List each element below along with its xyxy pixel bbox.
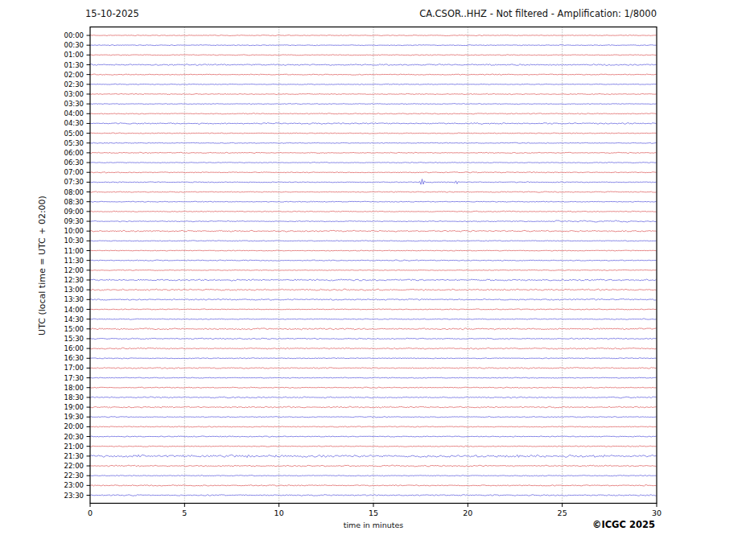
x-tick-label: 15	[369, 509, 378, 517]
y-tick-label: 23:00	[64, 481, 84, 489]
plot-border	[90, 27, 657, 504]
y-tick-label: 08:30	[64, 198, 84, 206]
y-tick-label: 06:30	[64, 159, 84, 167]
trace-row	[90, 142, 657, 143]
trace-row	[90, 55, 657, 56]
trace-row	[90, 260, 657, 261]
y-tick-label: 13:30	[64, 295, 84, 303]
y-tick-label: 12:30	[64, 276, 84, 284]
trace-row	[90, 163, 657, 163]
helicorder-plot: 00:0000:3001:0001:3002:0002:3003:0003:30…	[0, 0, 746, 560]
trace-row	[90, 436, 657, 437]
y-tick-label: 16:00	[64, 344, 84, 352]
y-tick-label: 06:00	[64, 149, 84, 157]
y-tick-label: 10:00	[64, 227, 84, 235]
y-tick-label: 13:00	[64, 286, 84, 294]
y-tick-label: 03:30	[64, 100, 84, 108]
trace-row	[90, 84, 657, 84]
trace-row	[90, 417, 657, 418]
trace-row	[90, 465, 657, 467]
y-tick-label: 19:30	[64, 413, 84, 421]
x-tick-label: 5	[182, 509, 187, 517]
y-tick-label: 18:30	[64, 393, 84, 401]
y-tick-label: 20:00	[64, 422, 84, 430]
y-tick-label: 05:00	[64, 130, 84, 138]
y-tick-label: 07:00	[64, 168, 84, 176]
trace-row	[90, 241, 657, 241]
trace-row	[90, 211, 657, 212]
trace-row	[90, 338, 657, 340]
trace-row	[90, 35, 657, 35]
x-tick-label: 20	[463, 509, 472, 517]
y-tick-label: 15:00	[64, 325, 84, 333]
trace-row	[90, 485, 657, 487]
y-tick-label: 20:30	[64, 433, 84, 441]
y-tick-label: 11:00	[64, 247, 84, 255]
y-tick-label: 04:30	[64, 119, 84, 127]
y-tick-label: 03:00	[64, 90, 84, 98]
y-tick-label: 16:30	[64, 354, 84, 362]
y-tick-label: 22:00	[64, 462, 84, 470]
trace-row	[90, 426, 657, 427]
x-axis-label: time in minutes	[344, 521, 404, 529]
trace-row	[90, 201, 657, 202]
trace-row	[90, 377, 657, 378]
trace-row	[90, 230, 657, 232]
trace-row	[90, 133, 657, 134]
y-tick-label: 18:00	[64, 384, 84, 392]
helicorder-page: 15-10-2025 CA.CSOR..HHZ - Not filtered -…	[0, 0, 746, 560]
y-tick-label: 00:30	[64, 41, 84, 49]
trace-row	[90, 74, 657, 75]
y-tick-label: 14:30	[64, 315, 84, 323]
trace-row	[90, 250, 657, 251]
trace-row	[90, 93, 657, 94]
x-tick-label: 30	[652, 509, 662, 517]
y-tick-label: 22:30	[64, 471, 84, 480]
y-tick-label: 17:30	[64, 374, 84, 382]
y-tick-label: 09:30	[64, 217, 84, 225]
y-tick-label: 09:00	[64, 208, 84, 216]
trace-row	[90, 446, 657, 447]
y-tick-label: 15:30	[64, 335, 84, 343]
y-tick-label: 00:00	[64, 31, 84, 39]
trace-row	[90, 123, 657, 125]
trace-row	[90, 64, 657, 66]
x-tick-label: 25	[558, 509, 567, 517]
x-tick-label: 0	[88, 509, 93, 517]
trace-row	[90, 319, 657, 319]
trace-row	[90, 348, 657, 349]
y-tick-label: 02:30	[64, 80, 84, 89]
y-tick-label: 12:00	[64, 266, 84, 274]
trace-row	[90, 270, 657, 270]
y-tick-label: 17:00	[64, 364, 84, 372]
y-tick-label: 05:30	[64, 139, 84, 147]
y-tick-label: 23:30	[64, 492, 84, 500]
y-tick-label: 21:00	[64, 443, 84, 451]
y-tick-label: 01:30	[64, 61, 84, 69]
trace-row	[90, 104, 657, 105]
copyright-label: ©ICGC 2025	[592, 519, 655, 530]
y-tick-label: 04:00	[64, 109, 84, 117]
y-tick-label: 14:00	[64, 306, 84, 314]
y-tick-label: 11:30	[64, 257, 84, 265]
trace-row	[90, 152, 657, 153]
trace-row	[90, 45, 657, 46]
y-tick-label: 21:30	[64, 452, 84, 460]
y-tick-label: 10:30	[64, 237, 84, 245]
trace-row	[90, 328, 657, 330]
y-tick-label: 08:00	[64, 188, 84, 196]
y-tick-label: 02:00	[64, 71, 84, 79]
trace-row	[90, 191, 657, 192]
trace-row	[90, 387, 657, 388]
trace-row	[90, 309, 657, 310]
y-tick-label: 19:00	[64, 403, 84, 411]
x-tick-label: 10	[274, 509, 284, 517]
y-tick-label: 07:30	[64, 178, 84, 186]
y-tick-label: 01:00	[64, 51, 84, 59]
